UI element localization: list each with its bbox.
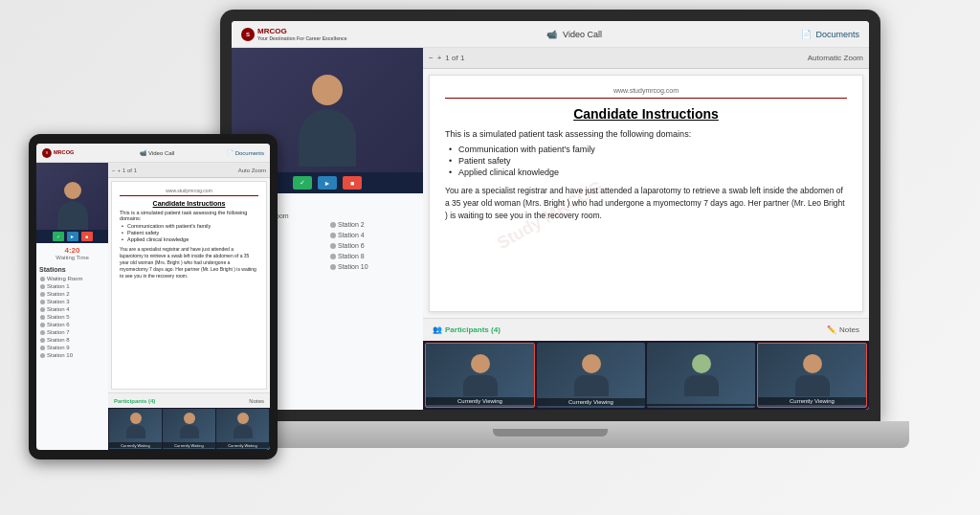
video-control-stop[interactable]: ■: [343, 176, 362, 190]
tablet-device: S MRCOG 📹 Video Call 📄 Documents: [29, 134, 278, 459]
tablet-documents-label: 📄 Documents: [227, 149, 264, 156]
t-station-item[interactable]: Station 8: [39, 336, 105, 344]
t-doc-body: You are a specialist registrar and have …: [120, 246, 258, 280]
doc-title: Candidate Instructions: [445, 106, 847, 122]
t-station-item[interactable]: Station 4: [39, 305, 105, 313]
tablet-webcam: [36, 163, 108, 230]
thumbnail-2[interactable]: Currently Viewing: [537, 343, 645, 408]
laptop-screen: S MRCOG Your Destination For Career Exce…: [232, 21, 869, 410]
doc-bullet-1: Communication with patient's family: [445, 145, 847, 154]
t-doc-sub: This is a simulated patient task assessi…: [120, 210, 258, 221]
tablet-doc-toolbar: − + 1 of 1 Auto Zoom: [108, 163, 270, 178]
webcam-person: [284, 67, 370, 172]
t-thumbnail-1[interactable]: Currently Waiting: [109, 409, 162, 449]
notes-label[interactable]: ✏️ Notes: [827, 325, 859, 334]
thumb-person: [463, 354, 498, 396]
station-item[interactable]: Station 10: [328, 262, 417, 271]
tablet-stations-list: Stations Waiting Room Station 1 Station …: [36, 263, 108, 450]
t-bullet-2: Patient safety: [120, 230, 258, 235]
station-dot: [330, 233, 336, 238]
t-zoom-in[interactable]: +: [118, 168, 122, 173]
thumb-label-1: Currently Viewing: [426, 397, 534, 405]
page-info: 1 of 1: [445, 54, 464, 62]
tablet-controls: ✓ ► ■: [36, 230, 108, 243]
t-thumbnail-3[interactable]: Currently Waiting: [216, 409, 269, 449]
video-control-play[interactable]: ►: [318, 176, 337, 190]
t-zoom-out[interactable]: −: [112, 168, 116, 173]
person-head: [312, 75, 343, 105]
t-bullet-3: Applied clinical knowledge: [120, 236, 258, 242]
person-body: [299, 109, 356, 167]
camera-icon: 📹: [546, 30, 557, 39]
station-item[interactable]: Station 6: [328, 241, 417, 250]
zoom-in-icon[interactable]: +: [437, 54, 442, 62]
t-station-item[interactable]: Station 7: [39, 328, 105, 336]
thumbnail-4[interactable]: Currently Viewing: [757, 343, 867, 408]
t-station-item[interactable]: Waiting Room: [39, 275, 105, 282]
timer-value: 4:20: [38, 246, 106, 255]
t-station-item[interactable]: Station 1: [39, 282, 105, 290]
thumb-person: [795, 354, 830, 396]
topbar-documents: 📄 Documents: [801, 30, 859, 39]
scene: S MRCOG Your Destination For Career Exce…: [0, 0, 980, 515]
thumb-person: [574, 354, 609, 396]
t-participants-label[interactable]: Participants (4): [114, 398, 155, 404]
t-station-item[interactable]: Station 9: [39, 344, 105, 351]
doc-toolbar: − + 1 of 1 Automatic Zoom: [423, 48, 869, 69]
doc-bullet-2: Patient safety: [445, 156, 847, 166]
station-dot: [330, 243, 336, 249]
t-stations-header: Stations: [39, 266, 105, 273]
tablet-left-col: ✓ ► ■ 4:20 Waiting Time Stations Waiting…: [36, 163, 108, 450]
t-doc-title: Candidate Instructions: [120, 200, 258, 207]
doc-bullet-3: Applied clinical knowledge: [445, 168, 847, 177]
zoom-label: Automatic Zoom: [808, 54, 863, 62]
doc-subtitle: This is a simulated patient task assessi…: [445, 129, 847, 139]
tablet-bezel: S MRCOG 📹 Video Call 📄 Documents: [29, 134, 278, 459]
thumb-label-4: Currently Viewing: [758, 397, 866, 405]
t-bullet-1: Communication with patient's family: [120, 223, 258, 229]
thumb-label-2: Currently Viewing: [537, 398, 645, 406]
doc-body-text: You are a specialist registrar and have …: [445, 185, 847, 221]
participants-label[interactable]: 👥 Participants (4): [433, 325, 501, 334]
t-thumb-label-3: Currently Waiting: [216, 442, 269, 448]
t-station-item[interactable]: Station 6: [39, 321, 105, 328]
t-ctrl-check[interactable]: ✓: [53, 232, 64, 241]
thumb-person: [684, 354, 719, 396]
logo-tagline: Your Destination For Career Excellence: [257, 35, 347, 41]
laptop-main-content: ✓ ► ■ Stations Waiting Room: [232, 48, 869, 410]
station-item[interactable]: Station 8: [328, 252, 417, 260]
tablet-webcam-person: [57, 178, 88, 230]
participants-bar: 👥 Participants (4) ✏️ Notes: [423, 318, 869, 341]
t-ctrl-play[interactable]: ►: [67, 232, 78, 241]
station-dot: [330, 264, 336, 270]
t-thumb-label-2: Currently Waiting: [163, 442, 215, 448]
t-thumb-label-1: Currently Waiting: [109, 442, 162, 448]
laptop-logo-area: S MRCOG Your Destination For Career Exce…: [241, 28, 347, 41]
laptop-topbar: S MRCOG Your Destination For Career Exce…: [232, 21, 869, 48]
t-page-info: 1 of 1: [122, 168, 137, 173]
t-notes-label[interactable]: Notes: [249, 398, 264, 404]
zoom-out-icon[interactable]: −: [429, 54, 434, 62]
thumbnail-3[interactable]: [647, 343, 755, 408]
t-station-item[interactable]: Station 2: [39, 290, 105, 298]
tablet-content: ✓ ► ■ 4:20 Waiting Time Stations Waiting…: [36, 163, 270, 450]
timer-label: Waiting Time: [38, 255, 106, 260]
t-doc-site: www.studymrcog.com: [120, 188, 258, 196]
station-dot: [330, 222, 336, 228]
t-ctrl-stop[interactable]: ■: [81, 232, 93, 241]
tablet-participants-bar: Participants (4) Notes: [108, 392, 270, 408]
station-item[interactable]: Station 2: [328, 220, 417, 229]
t-thumbnail-2[interactable]: Currently Waiting: [163, 409, 215, 449]
laptop-doc-content: Study MRCOG www.studymrcog.com Candidate…: [429, 75, 863, 312]
t-station-item[interactable]: Station 3: [39, 298, 105, 305]
tablet-timer: 4:20 Waiting Time: [36, 243, 108, 263]
t-station-item[interactable]: Station 10: [39, 351, 105, 359]
video-control-checkmark[interactable]: ✓: [293, 176, 312, 190]
laptop-device: S MRCOG Your Destination For Career Exce…: [191, 10, 909, 488]
tablet-thumbnails: Currently Waiting Currently Waiting Curr: [108, 408, 270, 450]
t-station-item[interactable]: Station 5: [39, 313, 105, 321]
station-item[interactable]: Station 4: [328, 231, 417, 239]
thumbnail-1[interactable]: Currently Viewing: [425, 343, 535, 408]
laptop-bezel: S MRCOG Your Destination For Career Exce…: [220, 10, 880, 421]
thumb-label-3: [647, 404, 755, 406]
